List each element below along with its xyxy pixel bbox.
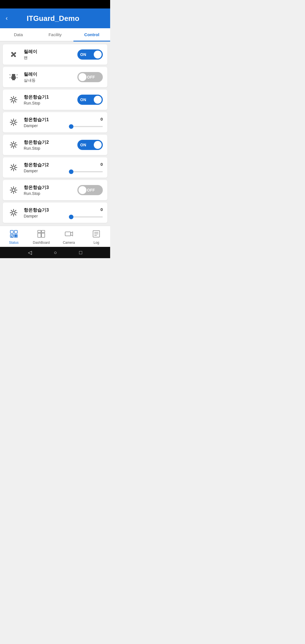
svg-rect-23 — [38, 233, 41, 237]
svg-marker-26 — [71, 232, 73, 236]
slider-input-hahm1-damper[interactable] — [69, 126, 103, 127]
label-sub-hahm1-damper: Damper — [24, 123, 65, 128]
control-list: 릴레이팬ON 릴레이실내등OFF 항온항습기1Run.StopON 항온항습기1… — [0, 42, 110, 226]
card-control-hahm1-damper: 0 — [69, 117, 103, 128]
toggle-relay-light[interactable]: OFF — [77, 72, 103, 82]
control-card-hahm2-runstop: 항온항습기2Run.StopON — [3, 135, 107, 155]
toggle-circle-hahm2-runstop — [94, 141, 102, 149]
slider-value-hahm3-damper: 0 — [101, 207, 103, 212]
back-arrow-icon[interactable]: ◁ — [28, 249, 32, 256]
toggle-relay-fan[interactable]: ON — [77, 49, 103, 60]
toggle-label-hahm3-runstop: OFF — [87, 188, 95, 192]
gear-icon — [7, 139, 20, 151]
svg-line-5 — [10, 77, 10, 78]
label-main-hahm1-damper: 항온항습기1 — [24, 117, 65, 123]
control-card-relay-fan: 릴레이팬ON — [3, 44, 107, 65]
slider-value-hahm1-damper: 0 — [101, 117, 103, 121]
svg-rect-24 — [42, 233, 45, 237]
card-label-hahm3-runstop: 항온항습기3Run.Stop — [24, 185, 65, 196]
android-nav-bar: ◁ ○ □ — [0, 247, 110, 258]
slider-input-hahm3-damper[interactable] — [69, 216, 103, 217]
nav-icon-camera — [64, 229, 73, 240]
svg-point-8 — [12, 98, 15, 101]
card-label-relay-fan: 릴레이팬 — [24, 49, 65, 60]
nav-item-dashboard[interactable]: DashBoard — [28, 228, 55, 246]
card-control-hahm3-runstop: OFF — [69, 185, 103, 195]
svg-rect-25 — [65, 232, 71, 236]
gear-icon — [7, 116, 20, 129]
card-control-relay-light: OFF — [69, 72, 103, 82]
slider-wrapper-hahm3-damper — [69, 214, 103, 219]
svg-rect-1 — [12, 74, 15, 76]
control-card-relay-light: 릴레이실내등OFF — [3, 67, 107, 87]
toggle-label-relay-fan: ON — [80, 52, 86, 57]
nav-item-camera[interactable]: Camera — [55, 228, 83, 246]
header: ‹ ITGuard_Demo — [0, 8, 110, 28]
control-card-hahm1-runstop: 항온항습기1Run.StopON — [3, 90, 107, 110]
label-sub-hahm3-damper: Damper — [24, 214, 65, 218]
card-label-relay-light: 릴레이실내등 — [24, 71, 65, 83]
label-sub-hahm1-runstop: Run.Stop — [24, 101, 65, 105]
slider-input-hahm2-damper[interactable] — [69, 171, 103, 172]
label-sub-relay-fan: 팬 — [24, 55, 65, 60]
control-card-hahm3-runstop: 항온항습기3Run.StopOFF — [3, 180, 107, 200]
toggle-circle-hahm3-runstop — [79, 186, 86, 194]
nav-icon-status — [9, 229, 18, 240]
card-label-hahm2-runstop: 항온항습기2Run.Stop — [24, 140, 65, 151]
gear-icon — [7, 184, 20, 196]
svg-rect-21 — [38, 230, 41, 233]
tab-data[interactable]: Data — [0, 28, 37, 41]
toggle-label-relay-light: OFF — [87, 75, 95, 79]
slider-wrapper-hahm1-damper — [69, 123, 103, 128]
slider-wrapper-hahm2-damper — [69, 168, 103, 173]
svg-point-13 — [12, 211, 15, 214]
slider-value-hahm2-damper: 0 — [101, 162, 103, 167]
svg-rect-3 — [12, 79, 15, 80]
card-label-hahm1-damper: 항온항습기1Damper — [24, 117, 65, 128]
label-sub-hahm3-runstop: Run.Stop — [24, 191, 65, 196]
card-control-hahm3-damper: 0 — [69, 207, 103, 219]
back-button[interactable]: ‹ — [6, 14, 10, 23]
toggle-label-hahm2-runstop: ON — [80, 143, 86, 147]
nav-item-log[interactable]: Log — [83, 228, 110, 246]
svg-point-12 — [12, 189, 15, 192]
svg-rect-22 — [42, 230, 45, 233]
toggle-hahm1-runstop[interactable]: ON — [77, 95, 103, 105]
label-main-relay-light: 릴레이 — [24, 71, 65, 77]
tab-facility[interactable]: Facility — [37, 28, 73, 41]
gear-icon — [7, 161, 20, 174]
control-card-hahm3-damper: 항온항습기3Damper0 — [3, 203, 107, 223]
nav-label-dashboard: DashBoard — [33, 241, 50, 245]
label-main-hahm3-damper: 항온항습기3 — [24, 207, 65, 213]
svg-rect-15 — [14, 230, 18, 234]
tab-bar: Data Facility Control — [0, 28, 110, 42]
label-main-hahm2-runstop: 항온항습기2 — [24, 140, 65, 145]
label-sub-hahm2-damper: Damper — [24, 169, 65, 173]
nav-label-camera: Camera — [63, 241, 75, 245]
recents-icon[interactable]: □ — [79, 250, 82, 256]
bottom-nav: Status DashBoard Camera Log — [0, 226, 110, 247]
svg-point-10 — [12, 143, 15, 146]
label-main-hahm1-runstop: 항온항습기1 — [24, 94, 65, 100]
svg-line-6 — [17, 75, 18, 75]
nav-icon-dashboard — [37, 229, 46, 240]
card-label-hahm2-damper: 항온항습기2Damper — [24, 162, 65, 173]
toggle-hahm3-runstop[interactable]: OFF — [77, 185, 103, 195]
card-control-hahm2-runstop: ON — [69, 140, 103, 150]
home-icon[interactable]: ○ — [54, 250, 57, 256]
tab-control[interactable]: Control — [73, 28, 110, 41]
fan-icon — [7, 48, 20, 61]
nav-item-status[interactable]: Status — [0, 228, 28, 246]
card-control-hahm2-damper: 0 — [69, 162, 103, 173]
gear-icon — [7, 206, 20, 219]
toggle-hahm2-runstop[interactable]: ON — [77, 140, 103, 150]
control-card-hahm2-damper: 항온항습기2Damper0 — [3, 157, 107, 178]
light-icon — [7, 71, 20, 83]
svg-point-9 — [12, 121, 15, 124]
gear-icon — [7, 93, 20, 106]
control-card-hahm1-damper: 항온항습기1Damper0 — [3, 112, 107, 132]
label-sub-relay-light: 실내등 — [24, 78, 65, 83]
svg-line-4 — [10, 75, 10, 75]
label-main-hahm2-damper: 항온항습기2 — [24, 162, 65, 168]
card-label-hahm1-runstop: 항온항습기1Run.Stop — [24, 94, 65, 105]
